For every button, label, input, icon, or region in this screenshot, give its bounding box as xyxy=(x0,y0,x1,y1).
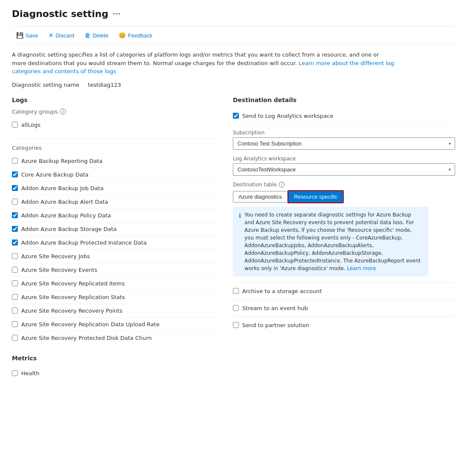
category-label[interactable]: Core Azure Backup Data xyxy=(21,171,88,178)
category-checkbox[interactable] xyxy=(12,294,18,300)
category-row: Azure Site Recovery Replication Data Upl… xyxy=(12,318,216,331)
subscription-select[interactable]: Contoso Test Subscription xyxy=(233,137,455,150)
send-log-analytics-checkbox[interactable] xyxy=(233,113,239,119)
stream-label[interactable]: Stream to an event hub xyxy=(242,305,308,311)
categories-label: Categories xyxy=(12,145,216,151)
category-checkbox[interactable] xyxy=(12,321,18,327)
page-title: Diagnostic setting ··· xyxy=(12,9,455,19)
archive-row: Archive to a storage account xyxy=(233,282,455,299)
category-label[interactable]: Addon Azure Backup Policy Data xyxy=(21,212,111,219)
category-label[interactable]: Addon Azure Backup Storage Data xyxy=(21,226,116,232)
subscription-label: Subscription xyxy=(233,130,455,136)
category-groups-info-icon: i xyxy=(60,108,66,114)
category-label[interactable]: Addon Azure Backup Protected Instance Da… xyxy=(21,239,147,246)
category-checkbox[interactable] xyxy=(12,212,18,218)
setting-name-value: testdiag123 xyxy=(88,82,121,88)
info-learn-more-link[interactable]: Learn more xyxy=(347,265,376,271)
category-label[interactable]: Addon Azure Backup Alert Data xyxy=(21,199,108,205)
partner-row: Send to partner solution xyxy=(233,316,455,333)
subscription-group: Subscription Contoso Test Subscription ▾ xyxy=(233,130,455,150)
right-panel: Destination details Send to Log Analytic… xyxy=(233,97,455,333)
category-label[interactable]: Azure Site Recovery Recovery Points xyxy=(21,308,122,314)
category-row: Azure Site Recovery Protected Disk Data … xyxy=(12,331,216,345)
category-row: Azure Site Recovery Jobs xyxy=(12,250,216,263)
log-analytics-settings: Subscription Contoso Test Subscription ▾… xyxy=(233,130,455,276)
workspace-select-wrapper: ContosoTestWorkspace ▾ xyxy=(233,163,455,176)
all-logs-row: allLogs xyxy=(12,118,216,131)
category-row: Addon Azure Backup Storage Data xyxy=(12,222,216,236)
partner-checkbox[interactable] xyxy=(233,322,239,328)
all-logs-label[interactable]: allLogs xyxy=(21,122,40,128)
category-checkbox[interactable] xyxy=(12,199,18,205)
destination-table-info-icon: i xyxy=(279,182,285,188)
category-label[interactable]: Azure Backup Reporting Data xyxy=(21,158,102,164)
delete-button[interactable]: 🗑 Delete xyxy=(80,30,113,41)
category-label[interactable]: Azure Site Recovery Replicated Items xyxy=(21,280,125,287)
category-checkbox[interactable] xyxy=(12,226,18,232)
main-content: Logs Category groups i allLogs Categorie… xyxy=(12,97,455,380)
category-row: Azure Site Recovery Replicated Items xyxy=(12,277,216,291)
category-label[interactable]: Azure Site Recovery Events xyxy=(21,267,97,273)
category-row: Azure Site Recovery Recovery Points xyxy=(12,304,216,318)
workspace-select[interactable]: ContosoTestWorkspace xyxy=(233,163,455,176)
category-checkbox[interactable] xyxy=(12,185,18,191)
category-checkbox[interactable] xyxy=(12,308,18,314)
category-label[interactable]: Addon Azure Backup Job Data xyxy=(21,185,104,191)
send-log-analytics-row: Send to Log Analytics workspace xyxy=(233,108,455,124)
stream-checkbox[interactable] xyxy=(233,305,239,311)
category-checkbox[interactable] xyxy=(12,253,18,259)
resource-specific-outline: Resource specific xyxy=(288,190,344,203)
azure-diagnostics-button[interactable]: Azure diagnostics xyxy=(233,191,288,202)
category-label[interactable]: Azure Site Recovery Replication Data Upl… xyxy=(21,321,159,328)
discard-icon: ✕ xyxy=(48,32,54,39)
metric-checkbox[interactable] xyxy=(12,370,18,376)
setting-name-label: Diagnostic setting name xyxy=(12,82,79,88)
destination-table-label: Destination table i xyxy=(233,182,455,188)
archive-label[interactable]: Archive to a storage account xyxy=(242,288,322,294)
toolbar: 💾 Save ✕ Discard 🗑 Delete 😊 Feedback xyxy=(12,26,455,45)
category-row: Addon Azure Backup Alert Data xyxy=(12,195,216,209)
logs-section-title: Logs xyxy=(12,97,216,103)
destination-table-group: Destination table i Azure diagnostics Re… xyxy=(233,182,455,203)
metric-row: Health xyxy=(12,367,216,380)
metrics-section: Metrics Health xyxy=(12,355,216,380)
category-checkbox[interactable] xyxy=(12,280,18,286)
categories-list: Azure Backup Reporting Data Core Azure B… xyxy=(12,154,216,345)
delete-icon: 🗑 xyxy=(85,32,91,39)
category-row: Azure Backup Reporting Data xyxy=(12,154,216,168)
info-box: ℹ You need to create separate diagnostic… xyxy=(233,207,428,276)
category-label[interactable]: Azure Site Recovery Jobs xyxy=(21,253,90,259)
info-box-icon: ℹ xyxy=(239,211,241,272)
send-log-analytics-label[interactable]: Send to Log Analytics workspace xyxy=(242,113,333,119)
destination-table-buttons: Azure diagnostics Resource specific xyxy=(233,190,455,203)
resource-specific-button[interactable]: Resource specific xyxy=(289,191,343,202)
feedback-button[interactable]: 😊 Feedback xyxy=(114,30,156,41)
save-button[interactable]: 💾 Save xyxy=(12,30,42,41)
more-options-icon[interactable]: ··· xyxy=(113,10,120,18)
description-text: A diagnostic setting specifies a list of… xyxy=(12,51,394,76)
category-checkbox[interactable] xyxy=(12,335,18,341)
setting-name-row: Diagnostic setting name testdiag123 xyxy=(12,82,455,88)
metrics-section-title: Metrics xyxy=(12,355,216,362)
metric-label[interactable]: Health xyxy=(21,370,40,376)
category-checkbox[interactable] xyxy=(12,171,18,177)
partner-label[interactable]: Send to partner solution xyxy=(242,322,309,328)
category-checkbox[interactable] xyxy=(12,239,18,245)
workspace-group: Log Analytics workspace ContosoTestWorks… xyxy=(233,156,455,176)
stream-row: Stream to an event hub xyxy=(233,299,455,316)
category-label[interactable]: Azure Site Recovery Replication Stats xyxy=(21,294,125,300)
category-row: Addon Azure Backup Protected Instance Da… xyxy=(12,236,216,250)
category-row: Addon Azure Backup Policy Data xyxy=(12,209,216,222)
category-label[interactable]: Azure Site Recovery Protected Disk Data … xyxy=(21,335,152,341)
category-row: Addon Azure Backup Job Data xyxy=(12,182,216,195)
archive-checkbox[interactable] xyxy=(233,288,239,294)
category-checkbox[interactable] xyxy=(12,267,18,273)
all-logs-checkbox[interactable] xyxy=(12,122,18,128)
subscription-select-wrapper: Contoso Test Subscription ▾ xyxy=(233,137,455,150)
metrics-list: Health xyxy=(12,367,216,380)
info-box-text: You need to create separate diagnostic s… xyxy=(244,211,422,272)
category-checkbox[interactable] xyxy=(12,158,18,164)
category-row: Azure Site Recovery Replication Stats xyxy=(12,291,216,304)
discard-button[interactable]: ✕ Discard xyxy=(44,30,79,41)
category-groups-label: Category groups i xyxy=(12,108,216,115)
